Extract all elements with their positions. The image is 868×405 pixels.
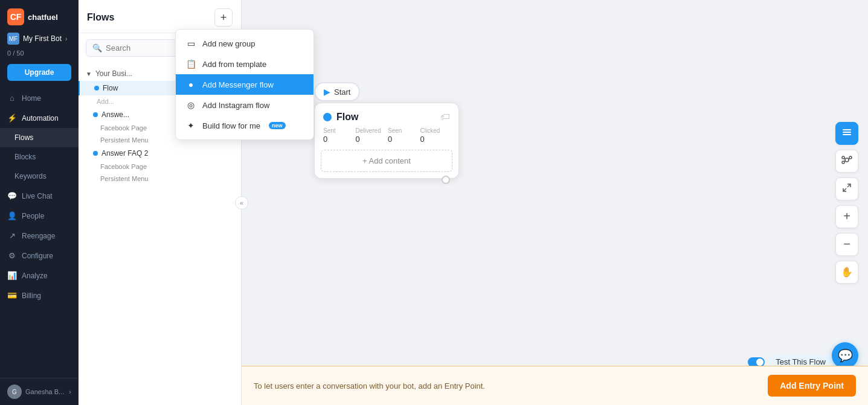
add-flow-button[interactable]: + <box>214 8 233 27</box>
sidebar-footer: G Ganesha B... › <box>0 378 79 405</box>
sidebar-item-billing-label: Billing <box>22 292 41 300</box>
node-connector <box>442 176 450 184</box>
user-info[interactable]: G Ganesha B... › <box>7 384 71 399</box>
node-title-area: Flow <box>323 112 358 123</box>
dropdown-add-new-group[interactable]: ▭ Add new group <box>176 33 313 54</box>
toolbar-hand-button[interactable]: ✋ <box>835 261 858 284</box>
toolbar-zoom-in-button[interactable]: + <box>835 205 858 228</box>
svg-line-9 <box>844 161 845 162</box>
new-badge: new <box>269 122 286 129</box>
node-title: Flow <box>336 112 358 123</box>
analyze-icon: 📊 <box>7 271 17 280</box>
tree-add-label: Add... <box>97 98 114 105</box>
sidebar-item-analyze[interactable]: 📊 Analyze <box>0 266 79 285</box>
dropdown-build-flow-for-me[interactable]: ✦ Build flow for me new <box>176 115 313 136</box>
reengage-icon: ↗ <box>7 231 17 240</box>
home-icon: ⌂ <box>7 94 17 103</box>
tree-item-answer-faq-label: Answe... <box>101 110 129 119</box>
instagram-icon: ◎ <box>185 100 196 110</box>
dropdown-add-from-template[interactable]: 📋 Add from template <box>176 54 313 74</box>
share-icon <box>841 155 852 168</box>
sidebar-item-reengage-label: Reengage <box>22 232 55 240</box>
sidebar-item-reengage[interactable]: ↗ Reengage <box>0 226 79 246</box>
template-icon: 📋 <box>185 59 196 69</box>
sidebar-item-home[interactable]: ⌂ Home <box>0 88 79 108</box>
sidebar-item-automation[interactable]: ⚡ Automation <box>0 108 79 128</box>
tree-item-flow-label: Flow <box>103 84 118 92</box>
bot-name: My First Bot <box>23 34 62 43</box>
stat-clicked: Clicked 0 <box>420 127 451 144</box>
sidebar-item-analyze-label: Analyze <box>22 272 48 280</box>
sidebar-item-blocks-label: Blocks <box>14 153 36 161</box>
tree-group-label: Your Busi... <box>95 69 132 78</box>
upgrade-button[interactable]: Upgrade <box>7 64 71 81</box>
svg-line-7 <box>844 158 845 159</box>
sidebar-item-keywords[interactable]: Keywords <box>0 167 79 186</box>
start-label: Start <box>334 88 350 97</box>
stat-clicked-label: Clicked <box>420 127 451 134</box>
canvas-area: ▶ Start Flow 🏷 Sent 0 Delivered 0 Seen 0 <box>242 0 868 405</box>
node-tag-icon[interactable]: 🏷 <box>440 112 450 123</box>
toolbar-share-button[interactable] <box>835 150 858 173</box>
tree-item-answer-faq-2[interactable]: Answer FAQ 2 <box>79 146 241 161</box>
zoom-in-icon: + <box>843 209 850 223</box>
sidebar-item-home-label: Home <box>22 94 41 103</box>
svg-rect-2 <box>843 134 851 135</box>
dropdown-add-messenger-flow[interactable]: ● Add Messenger flow <box>176 74 313 95</box>
dropdown-menu: ▭ Add new group 📋 Add from template ● Ad… <box>175 29 314 140</box>
add-entry-point-button[interactable]: Add Entry Point <box>768 375 856 397</box>
svg-point-3 <box>845 158 849 162</box>
stat-seen-value: 0 <box>388 135 418 144</box>
sidebar-item-billing[interactable]: 💳 Billing <box>0 285 79 305</box>
stat-sent: Sent 0 <box>323 127 353 144</box>
sidebar-item-configure[interactable]: ⚙ Configure <box>0 246 79 266</box>
dropdown-add-instagram-flow-label: Add Instagram flow <box>202 101 269 110</box>
add-content-button[interactable]: + Add content <box>321 150 452 172</box>
svg-rect-0 <box>843 129 851 130</box>
stat-sent-label: Sent <box>323 127 353 134</box>
node-stats: Sent 0 Delivered 0 Seen 0 Clicked 0 <box>315 127 458 150</box>
dropdown-add-instagram-flow[interactable]: ◎ Add Instagram flow <box>176 95 313 115</box>
bot-avatar: MF <box>7 33 19 45</box>
toolbar-zoom-out-button[interactable]: − <box>835 233 858 256</box>
sidebar-item-live-chat-label: Live Chat <box>22 192 53 200</box>
sidebar-item-flows[interactable]: Flows <box>0 128 79 147</box>
chat-fab-button[interactable]: 💬 <box>832 342 858 369</box>
answer-faq-dot-icon <box>93 112 98 117</box>
bot-info[interactable]: MF My First Bot › <box>0 30 79 48</box>
stat-delivered-label: Delivered <box>356 127 386 134</box>
user-name: Ganesha B... <box>25 388 64 395</box>
stat-seen-label: Seen <box>388 127 418 134</box>
sidebar-item-people-label: People <box>22 212 44 220</box>
zoom-out-icon: − <box>843 237 850 251</box>
collapse-icon <box>841 182 852 196</box>
sidebar-logo: CF chatfuel <box>0 0 79 30</box>
collapse-panel-button[interactable]: « <box>235 196 248 209</box>
svg-rect-1 <box>843 132 851 133</box>
sidebar-item-automation-label: Automation <box>22 114 59 123</box>
user-chevron-icon: › <box>69 389 71 395</box>
flows-panel: Flows + 🔍 ▼ Your Busi... Flow Add... Ans… <box>79 0 242 405</box>
sidebar-item-blocks[interactable]: Blocks <box>0 147 79 167</box>
sidebar-item-configure-label: Configure <box>22 252 53 260</box>
node-dot-icon <box>323 113 332 121</box>
sidebar-item-people[interactable]: 👤 People <box>0 206 79 226</box>
credits-text: 0 / 50 <box>0 48 79 62</box>
tree-item-answer-faq-2-label: Answer FAQ 2 <box>101 149 148 158</box>
logo-text: chatfuel <box>28 13 58 22</box>
sidebar-nav: ⌂ Home ⚡ Automation Flows Blocks Keyword… <box>0 88 79 378</box>
toolbar-collapse-button[interactable] <box>835 177 858 200</box>
messenger-icon: ● <box>185 80 196 89</box>
chat-fab-icon: 💬 <box>838 348 853 363</box>
start-button[interactable]: ▶ Start <box>314 82 360 101</box>
tree-subitem-facebook-page-2[interactable]: Facebook Page <box>79 161 241 173</box>
add-group-icon: ▭ <box>185 39 196 48</box>
tree-subitem-persistent-menu-2[interactable]: Persistent Menu <box>79 173 241 185</box>
flows-title: Flows <box>87 12 114 23</box>
automation-icon: ⚡ <box>7 113 17 123</box>
dropdown-add-from-template-label: Add from template <box>202 60 266 69</box>
bot-chevron-icon: › <box>65 36 67 42</box>
sidebar-item-live-chat[interactable]: 💬 Live Chat <box>0 186 79 206</box>
toolbar-layers-button[interactable] <box>835 122 858 145</box>
flow-node: Flow 🏷 Sent 0 Delivered 0 Seen 0 Clicked… <box>314 103 459 179</box>
